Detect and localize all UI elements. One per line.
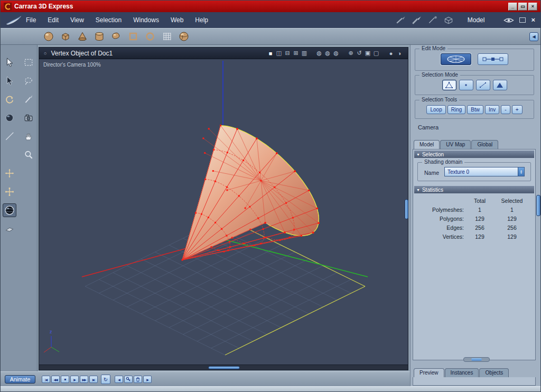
cone-primitive-button[interactable]	[76, 30, 89, 43]
bottom-tab-objects[interactable]: Objects	[479, 368, 509, 377]
airbrush-tool-icon[interactable]	[427, 16, 438, 24]
tab-uv-map[interactable]: UV Map	[440, 140, 471, 149]
layout-three-pane-icon[interactable]: ⊟	[283, 50, 292, 57]
menu-item-help[interactable]: Help	[195, 16, 208, 24]
reset-view-icon[interactable]: ⊕	[347, 50, 355, 57]
rotate-view-icon[interactable]: ↺	[355, 50, 363, 57]
go-start-button[interactable]: |◀	[42, 376, 50, 383]
vertex-select-mode-button[interactable]	[442, 80, 456, 90]
panel-collapse-button[interactable]: ◀	[529, 32, 538, 41]
scene-3d[interactable]: z	[39, 59, 408, 365]
spray-tool-icon[interactable]	[396, 16, 406, 24]
add-key-button[interactable]	[124, 376, 133, 383]
camera-tool[interactable]	[22, 111, 35, 125]
statistics-section-header[interactable]: ▼ Statistics	[414, 186, 534, 193]
close-button[interactable]: ×	[528, 3, 537, 11]
panel-vscroll-thumb[interactable]	[536, 195, 540, 216]
move-gizmo-tool[interactable]	[3, 166, 16, 180]
texture-select[interactable]: Texture 0 ▲▼	[444, 167, 525, 176]
wirebox-tool-icon[interactable]	[443, 16, 454, 24]
menu-item-view[interactable]: View	[70, 16, 84, 24]
sphere-primitive-button[interactable]	[42, 30, 55, 43]
bottom-tab-instances[interactable]: Instances	[445, 368, 479, 377]
polyline-tool[interactable]	[3, 129, 16, 143]
layout-grid-icon[interactable]: ▥	[300, 50, 309, 57]
panel-hscrollbar[interactable]	[463, 357, 490, 362]
restore-pane-icon[interactable]	[519, 17, 526, 23]
zoom-tool[interactable]	[22, 148, 35, 162]
lasso-tool[interactable]	[22, 74, 35, 88]
play-button[interactable]: ▶	[70, 376, 79, 383]
loop-button[interactable]: ↻	[101, 375, 110, 384]
selection-arrow-tool[interactable]	[3, 55, 16, 69]
half-sphere-icon[interactable]: ◑	[395, 50, 404, 57]
vertex-modeler-mode-button[interactable]	[441, 53, 471, 65]
layout-two-pane-icon[interactable]: ◫	[275, 50, 283, 57]
face-select-mode-button[interactable]	[493, 80, 507, 90]
restore-button[interactable]: ▭	[518, 3, 527, 11]
shaded-sphere-icon[interactable]: ◍	[323, 50, 332, 57]
wireframe-sphere-icon[interactable]: ◍	[315, 50, 323, 57]
ball-grid-primitive-button[interactable]	[177, 30, 191, 43]
box-mode-icon[interactable]: ▣	[363, 50, 372, 57]
selection-section-header[interactable]: ▼ Selection	[414, 151, 534, 158]
layout-single-icon[interactable]: ■	[266, 50, 275, 57]
title-bar[interactable]: Carrara 3D Express _ ▭ ×	[1, 1, 540, 12]
grid-primitive-button[interactable]	[160, 30, 174, 43]
viewport-canvas[interactable]: z Director's Camera 100%	[39, 59, 408, 365]
animate-button[interactable]: Animate	[5, 375, 35, 384]
point-select-mode-button[interactable]	[459, 80, 473, 90]
blob-primitive-button[interactable]	[109, 30, 123, 43]
viewport-vscroll-thumb[interactable]	[405, 199, 408, 219]
animation-mode-button[interactable]	[478, 53, 508, 65]
paint-sphere-tool[interactable]	[3, 111, 16, 125]
next-key-button[interactable]: ▶	[143, 376, 152, 383]
viewport-hscrollbar[interactable]	[39, 365, 408, 370]
textured-sphere-icon[interactable]: ◍	[332, 50, 340, 57]
direct-select-tool[interactable]	[3, 74, 16, 88]
edge-select-mode-button[interactable]	[476, 80, 490, 90]
selection-tool-ring-button[interactable]: Ring	[447, 105, 466, 114]
hand-tool[interactable]	[22, 129, 35, 143]
prev-key-button[interactable]: ◀	[115, 376, 123, 383]
cylinder-primitive-button[interactable]	[92, 30, 106, 43]
viewport[interactable]: ○ Vertex Object of Doc1 ■◫⊟⊞▥◍◍◍⊕↺▣▢●◑ z…	[39, 47, 408, 370]
menu-item-windows[interactable]: Windows	[133, 16, 159, 24]
white-sphere-icon[interactable]: ●	[387, 50, 395, 57]
menu-item-edit[interactable]: Edit	[48, 16, 59, 24]
plane-mode-icon[interactable]: ▢	[372, 50, 380, 57]
menu-item-selection[interactable]: Selection	[96, 16, 122, 24]
scale-gizmo-tool[interactable]	[3, 185, 16, 199]
close-pane-icon[interactable]: ×	[531, 17, 535, 23]
bottom-tab-preview[interactable]: Preview	[414, 368, 444, 377]
minimize-button[interactable]: _	[508, 3, 517, 11]
menu-item-file[interactable]: File	[26, 16, 36, 24]
selection-tool-loop-button[interactable]: Loop	[426, 105, 445, 114]
selection-tool-inv-button[interactable]: Inv	[485, 105, 499, 114]
selection-tool-btw-button[interactable]: Btw	[467, 105, 483, 114]
viewport-hscroll-thumb[interactable]	[208, 366, 240, 369]
selection-tool--button[interactable]: +	[512, 105, 523, 114]
viewport-menu-icon[interactable]: ○	[44, 51, 46, 56]
plane-primitive-button[interactable]	[126, 30, 140, 43]
tab-global[interactable]: Global	[471, 140, 498, 149]
combo-arrows-icon[interactable]: ▲▼	[518, 167, 524, 176]
disc-primitive-button[interactable]	[143, 30, 157, 43]
selection-tool--button[interactable]: -	[501, 105, 510, 114]
marquee-tool[interactable]	[22, 55, 35, 69]
next-frame-button[interactable]: ▶▶	[80, 376, 88, 383]
knife-tool[interactable]	[22, 92, 35, 106]
go-end-button[interactable]: ▶|	[89, 376, 98, 383]
cube-primitive-button[interactable]	[59, 30, 72, 43]
plane-tool[interactable]	[3, 222, 16, 236]
tab-model[interactable]: Model	[414, 140, 440, 149]
stop-button[interactable]: ■	[61, 376, 69, 383]
prev-frame-button[interactable]: ◀◀	[51, 376, 60, 383]
trackball-tool[interactable]	[3, 203, 16, 217]
eye-icon[interactable]	[503, 17, 514, 24]
paintbrush-tool-icon[interactable]	[412, 16, 422, 24]
panel-hscroll-thumb[interactable]	[471, 358, 482, 361]
layout-four-pane-icon[interactable]: ⊞	[292, 50, 300, 57]
delete-key-button[interactable]	[134, 376, 142, 383]
rotate-tool[interactable]	[3, 92, 16, 106]
